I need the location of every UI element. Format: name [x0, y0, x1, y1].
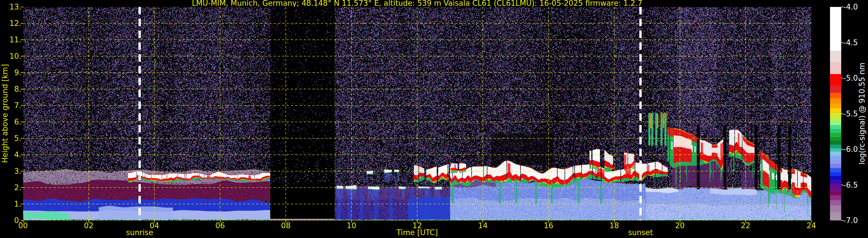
- colorbar-tick-mark: [841, 185, 843, 185]
- y-tick-label: 10.: [9, 52, 21, 60]
- colorbar-segment: [830, 7, 841, 51]
- colorbar-tick-label: -4.5: [843, 38, 858, 47]
- colorbar-segment: [830, 187, 841, 191]
- y-tick-mark: [21, 7, 23, 7]
- y-tick-mark: [21, 23, 23, 24]
- colorbar-segment: [830, 145, 841, 148]
- colorbar-segment: [830, 160, 841, 164]
- colorbar-segment: [830, 120, 841, 125]
- x-tick-mark: [745, 220, 746, 223]
- colorbar-segment: [830, 62, 841, 75]
- heatmap-canvas: [23, 7, 811, 220]
- colorbar-segment: [830, 176, 841, 180]
- y-tick-label: 2.: [14, 183, 21, 192]
- colorbar-tick-label: -6.5: [843, 181, 858, 189]
- x-tick-mark: [220, 220, 220, 223]
- colorbar-segment: [830, 51, 841, 62]
- y-tick-label: 9.: [14, 68, 21, 77]
- x-tick-mark: [23, 220, 23, 223]
- colorbar-segment: [830, 141, 841, 145]
- colorbar-segment: [830, 98, 841, 103]
- y-tick-label: 12.: [9, 19, 21, 28]
- colorbar-segment: [830, 152, 841, 156]
- colorbar-segment: [830, 108, 841, 113]
- colorbar-tick-label: -5.5: [843, 110, 858, 118]
- x-axis-label: Time [UTC]: [397, 228, 438, 237]
- y-tick-label: 3.: [14, 167, 21, 176]
- colorbar-segment: [830, 137, 841, 141]
- colorbar-tick-mark: [841, 220, 843, 221]
- ceilometer-quicklook-figure: LMU-MIM, Munich, Germany; 48.148° N 11.5…: [0, 0, 868, 238]
- colorbar-tick-label: -6.0: [843, 145, 858, 154]
- colorbar-segment: [830, 164, 841, 168]
- colorbar-segment: [830, 113, 841, 117]
- colorbar-tick-label: -5.0: [843, 74, 858, 82]
- y-tick-mark: [21, 56, 23, 57]
- y-tick-label: 8.: [14, 85, 21, 93]
- y-tick-label: 5.: [14, 134, 21, 143]
- colorbar-label: log(rc-signal) @ 910.55 nm: [858, 62, 866, 165]
- colorbar-segment: [830, 196, 841, 201]
- colorbar-tick-mark: [841, 149, 843, 150]
- y-tick-mark: [21, 39, 23, 40]
- colorbar-segment: [830, 205, 841, 212]
- colorbar-tick-mark: [841, 78, 843, 78]
- colorbar-segment: [830, 212, 841, 221]
- y-tick-mark: [21, 89, 23, 89]
- x-tick-mark: [680, 220, 680, 223]
- y-tick-mark: [21, 204, 23, 204]
- sunset-annotation: sunset: [628, 228, 653, 237]
- colorbar-segment: [830, 191, 841, 196]
- colorbar-tick-mark: [841, 114, 843, 114]
- y-tick-label: 13.: [9, 3, 21, 11]
- colorbar-segment: [830, 184, 841, 188]
- colorbar-segment: [830, 74, 841, 86]
- y-tick-label: 7.: [14, 101, 21, 110]
- y-tick-mark: [21, 72, 23, 73]
- y-tick-mark: [21, 187, 23, 188]
- colorbar-segment: [830, 200, 841, 206]
- colorbar-segment: [830, 86, 841, 93]
- colorbar-segment: [830, 103, 841, 109]
- x-tick-mark: [811, 220, 812, 223]
- colorbar-segment: [830, 148, 841, 152]
- y-tick-label: 11.: [9, 35, 21, 44]
- x-tick-mark: [286, 220, 286, 223]
- x-tick-mark: [351, 220, 352, 223]
- x-tick-mark: [483, 220, 483, 223]
- x-tick-mark: [614, 220, 615, 223]
- colorbar-segment: [830, 93, 841, 98]
- colorbar-segment: [830, 129, 841, 133]
- colorbar-segment: [830, 156, 841, 160]
- y-axis-label: Height above ground [km]: [1, 64, 9, 163]
- y-tick-mark: [21, 122, 23, 122]
- y-tick-mark: [21, 105, 23, 106]
- colorbar-segment: [830, 180, 841, 184]
- x-tick-mark: [417, 220, 417, 223]
- colorbar-segment: [830, 168, 841, 172]
- y-tick-label: 1.: [14, 200, 21, 208]
- colorbar-segment: [830, 125, 841, 129]
- colorbar-tick-mark: [841, 7, 843, 7]
- x-tick-mark: [548, 220, 549, 223]
- y-tick-mark: [21, 154, 23, 155]
- x-tick-mark: [88, 220, 89, 223]
- colorbar-tick-label: -7.0: [843, 216, 858, 225]
- colorbar-tick-label: -4.0: [843, 3, 858, 11]
- y-tick-label: 4.: [14, 150, 21, 159]
- plot-title: LMU-MIM, Munich, Germany; 48.148° N 11.5…: [192, 0, 643, 7]
- colorbar-segment: [830, 133, 841, 138]
- colorbar: [830, 7, 841, 220]
- y-tick-mark: [21, 171, 23, 172]
- y-tick-mark: [21, 138, 23, 139]
- sunrise-annotation: sunrise: [126, 228, 153, 237]
- colorbar-segment: [830, 117, 841, 120]
- y-tick-label: 6.: [14, 118, 21, 126]
- x-tick-mark: [154, 220, 155, 223]
- colorbar-tick-mark: [841, 42, 843, 43]
- colorbar-segment: [830, 172, 841, 176]
